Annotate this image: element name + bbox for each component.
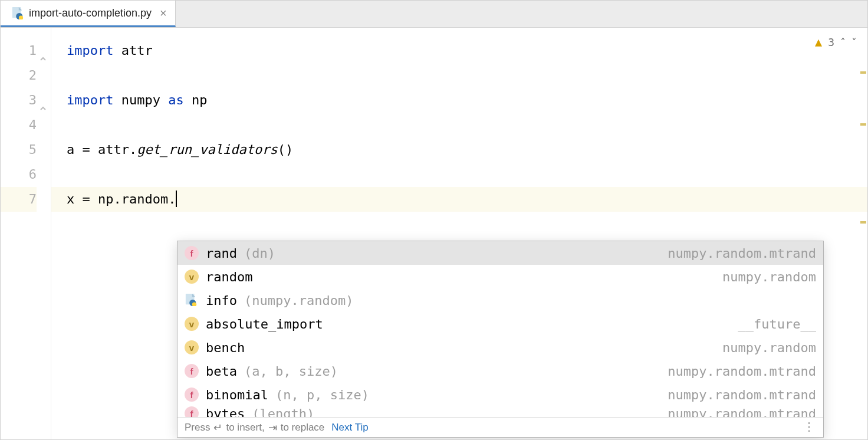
completion-name: info [206,293,237,308]
code-line[interactable]: a = attr.get_run_validators() [67,137,867,162]
completion-params: (dn) [244,246,275,261]
editor[interactable]: ▲ 3 ˄ ˅ 1234567 import attrimport numpy … [1,28,867,439]
completion-params: (n, p, size) [275,388,369,402]
completion-footer: Press ↵ to insert, ⇥ to replace Next Tip… [177,417,823,437]
next-tip-link[interactable]: Next Tip [331,422,368,434]
fold-marker-icon[interactable] [39,47,47,55]
completion-item[interactable]: vabsolute_import__future__ [177,312,823,336]
completion-source: numpy.random.mtrand [668,364,816,379]
footer-text-press: Press [185,422,210,434]
gutter-line-number: 5 [1,137,37,162]
gutter-line-number: 6 [1,162,37,187]
completion-item[interactable]: fbinomial(n, p, size)numpy.random.mtrand [177,383,823,406]
footer-text-replace: to replace [281,422,325,434]
completion-name: bytes [206,406,245,417]
completion-name: bench [206,340,245,355]
completion-params: (a, b, size) [244,364,338,379]
completion-name: absolute_import [206,317,323,331]
code-line[interactable]: import attr [67,38,867,63]
completion-item[interactable]: vrandomnumpy.random [177,265,823,288]
completion-item[interactable]: fbytes(length)numpy.random.mtrand [177,406,823,417]
completion-source: numpy.random.mtrand [668,246,816,261]
variable-kind-icon: v [185,270,199,284]
close-tab-icon[interactable]: × [160,6,167,20]
completion-name: rand [206,246,237,261]
completion-item[interactable]: fbeta(a, b, size)numpy.random.mtrand [177,359,823,383]
gutter: 1234567 [1,28,51,439]
completion-source: numpy.random [722,340,816,355]
completion-name: binomial [206,388,268,402]
function-kind-icon: f [185,388,199,402]
completion-source: numpy.random [722,270,816,284]
more-options-icon[interactable]: ⋯ [803,421,817,434]
python-file-icon [11,6,24,19]
completion-params: (numpy.random) [244,293,353,308]
tab-bar: import-auto-completion.py × [1,1,867,28]
code-line[interactable] [67,63,867,88]
completion-list: frand(dn)numpy.random.mtrandvrandomnumpy… [177,241,823,417]
completion-source: numpy.random.mtrand [668,388,816,402]
function-kind-icon: f [185,406,199,417]
python-file-icon [185,293,199,307]
gutter-line-number: 2 [1,63,37,88]
enter-key-icon: ↵ [213,421,222,434]
gutter-line-number: 3 [1,88,37,113]
variable-kind-icon: v [185,340,199,354]
footer-text-insert: to insert, [226,422,264,434]
completion-params: (length) [252,406,314,417]
code-line[interactable] [67,113,867,137]
fold-marker-icon[interactable] [39,96,47,104]
completion-item[interactable]: vbenchnumpy.random [177,336,823,359]
completion-popup: frand(dn)numpy.random.mtrandvrandomnumpy… [177,241,824,438]
completion-source: numpy.random.mtrand [668,406,816,417]
tab-filename: import-auto-completion.py [29,7,152,19]
gutter-line-number: 7 [1,187,37,212]
gutter-line-number: 1 [1,38,37,63]
function-kind-icon: f [185,364,199,378]
completion-name: random [206,270,252,284]
completion-name: beta [206,364,237,379]
code-line[interactable]: import numpy as np [67,88,867,113]
code-line[interactable] [67,162,867,187]
file-tab[interactable]: import-auto-completion.py × [1,1,176,27]
function-kind-icon: f [185,246,199,260]
completion-source: __future__ [738,317,816,331]
variable-kind-icon: v [185,317,199,331]
text-caret [176,191,177,207]
completion-item[interactable]: frand(dn)numpy.random.mtrand [177,241,823,265]
gutter-line-number: 4 [1,113,37,137]
code-line[interactable]: x = np.random. [51,187,867,212]
tab-key-icon: ⇥ [268,421,277,434]
completion-item[interactable]: info (numpy.random) [177,288,823,312]
